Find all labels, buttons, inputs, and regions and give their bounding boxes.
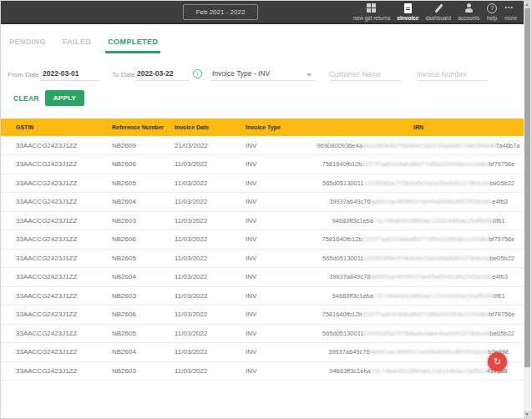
nav-item[interactable]: dashboard: [425, 3, 451, 21]
nav-item-label: einvoice: [397, 15, 418, 21]
cell-gstin: 33AACCG2423J1ZZ: [1, 193, 97, 212]
scroll-down-button[interactable]: [524, 411, 531, 418]
tab-label: PENDING: [9, 38, 46, 46]
irn-redacted-middle: 4a1c0b9e8d7f6a5b4c3d2e1f0a9b8c7d6e5f4a3b: [362, 142, 495, 149]
cell-invoice-date: 11/03/2022: [160, 249, 231, 268]
cell-invoice-type: INV: [231, 193, 312, 212]
column-header: IRN: [312, 119, 525, 136]
nav-item-label: help: [487, 15, 497, 21]
cell-invoice-date: 11/03/2022: [160, 155, 231, 174]
cell-reference-number: NB2605: [97, 324, 160, 343]
invoice-number-input[interactable]: [417, 68, 487, 81]
nav-item[interactable]: new gst returns: [353, 3, 390, 21]
irn-visible-start: 7581640fb12b: [322, 160, 362, 168]
nav-item[interactable]: accounts: [458, 3, 479, 21]
cell-irn: 39937a649c76fa8901ae4f09f037aeb5a8946c8f…: [312, 268, 525, 287]
cell-invoice-type: INV: [231, 230, 312, 250]
more-icon: [505, 3, 517, 13]
tab[interactable]: FAILED: [63, 38, 91, 53]
invoice-type-value: Invoice Type - INV: [212, 69, 270, 78]
document-icon: [402, 3, 413, 13]
tab-label: FAILED: [63, 38, 91, 46]
irn-redacted-middle: 12035085a7f75b6a5e9abe49a5d51379b6c0d: [363, 330, 490, 337]
tab-label: COMPLETED: [108, 38, 158, 46]
refresh-fab-button[interactable]: [488, 352, 507, 371]
cell-gstin: 33AACCG2423J1ZZ: [1, 211, 97, 230]
customer-name-input[interactable]: [329, 68, 401, 81]
irn-redacted-middle: 12035085a7f75b6a5e9abe49a5d51379b6c0d: [363, 255, 490, 262]
table-row: 33AACCG2423J1ZZ NB2605 11/03/2022 INV 56…: [1, 249, 525, 268]
top-nav: new gst returns einvoice dashboard accou…: [353, 3, 517, 21]
invoice-type-select[interactable]: Invoice Type - INV: [210, 68, 315, 81]
cell-reference-number: NB2605: [97, 249, 160, 268]
irn-redacted-middle: 2237f7ad0316abaf6d77df5a1039b6e1143d8d: [362, 310, 489, 318]
irn-visible-start: 565d05130011: [322, 179, 363, 187]
cell-gstin: 33AACCG2423J1ZZ: [1, 286, 97, 305]
irn-visible-end: e4fb3: [492, 198, 508, 205]
cell-reference-number: NB2603: [97, 211, 160, 230]
cell-irn: 7581640fb12b2237f7ad0316abaf6d77df5a1039…: [312, 305, 525, 325]
refresh-icon: [494, 357, 501, 366]
irn-visible-end: 0f61: [493, 292, 505, 300]
from-date-input[interactable]: 2022-03-01: [40, 68, 99, 81]
table-row: 33AACCG2423J1ZZ NB2606 11/03/2022 INV 75…: [1, 155, 525, 174]
irn-visible-end: bf79756e: [489, 310, 514, 318]
cell-reference-number: NB2603: [97, 361, 160, 381]
scroll-up-button[interactable]: [524, 1, 531, 8]
table-row: 33AACCG2423J1ZZ NB2604 11/03/2022 INV 39…: [1, 193, 525, 212]
cell-gstin: 33AACCG2423J1ZZ: [1, 343, 97, 362]
cell-irn: 7581640fb12b2237f7ad0316abaf6d77df5a1039…: [312, 155, 525, 174]
irn-redacted-middle: 7317d6ab5928f60ae1216194f0ac15df5c0: [371, 367, 487, 375]
to-date-label: To Date: [112, 71, 135, 78]
tab[interactable]: PENDING: [9, 38, 46, 53]
irn-visible-end: be05b22: [490, 255, 514, 262]
column-header: Invoice Type: [231, 119, 312, 136]
nav-item-label: accounts: [458, 15, 479, 21]
irn-visible-start: 94683ff3c1eba: [329, 367, 371, 375]
nav-item-label: more: [504, 15, 517, 21]
apply-button[interactable]: APPLY: [45, 90, 84, 106]
cell-invoice-type: INV: [231, 361, 312, 381]
einvoice-app-window: Feb 2021 - 2022 new gst returns einvoice…: [0, 0, 532, 419]
vertical-scrollbar[interactable]: [524, 1, 531, 418]
tab[interactable]: COMPLETED: [108, 38, 158, 53]
help-icon: [486, 3, 498, 13]
status-tabs: PENDING FAILED COMPLETED: [9, 38, 158, 53]
table-row: 33AACCG2423J1ZZ NB2606 11/03/2022 INV 75…: [1, 305, 525, 325]
scrollbar-thumb[interactable]: [524, 8, 530, 367]
table-header: GSTIN Reference Number Invoice Date Invo…: [1, 119, 525, 136]
irn-visible-start: 565d05130011: [322, 330, 363, 337]
to-date-input[interactable]: 2022-03-22: [134, 68, 190, 81]
cell-invoice-date: 11/03/2022: [160, 174, 231, 193]
irn-visible-start: 7581640fb12b: [322, 310, 362, 318]
cell-irn: 39937a649c76fa8901ae4f09f037aeb5a8946c8f…: [312, 193, 525, 212]
table-row: 33AACCG2423J1ZZ NB2604 11/03/2022 INV 39…: [1, 343, 525, 362]
table-row: 33AACCG2423J1ZZ NB2603 11/03/2022 INV 94…: [1, 211, 525, 230]
irn-redacted-middle: 12035085a7f75b6a5e9abe49a5d51379b6c0d: [363, 179, 490, 187]
table-body: 33AACCG2423J1ZZ NB2609 21/03/2022 INV 9b…: [1, 136, 525, 381]
irn-redacted-middle: 7317d6ab5928f60ae1216194f0ac15df5c08: [373, 217, 493, 225]
irn-redacted-middle: 7317d6ab5928f60ae1216194f0ac15df5c08: [373, 292, 493, 300]
cell-gstin: 33AACCG2423J1ZZ: [1, 155, 97, 174]
cell-irn: 9b90800936e4a4a1c0b9e8d7f6a5b4c3d2e1f0a9…: [312, 136, 525, 155]
cell-irn: 94683ff3c1eba7317d6ab5928f60ae1216194f0a…: [312, 211, 525, 230]
table-row: 33AACCG2423J1ZZ NB2605 11/03/2022 INV 56…: [1, 174, 525, 193]
info-icon[interactable]: [193, 69, 202, 78]
column-header: GSTIN: [1, 119, 97, 136]
nav-item[interactable]: more: [504, 3, 517, 21]
irn-redacted-middle: 2237f7ad0316abaf6d77df5a1039b6e1143d8d: [362, 235, 489, 243]
irn-visible-start: 39937a649c76: [328, 348, 370, 356]
nav-item[interactable]: einvoice: [397, 3, 418, 21]
period-selector-button[interactable]: Feb 2021 - 2022: [183, 4, 258, 20]
cell-reference-number: NB2606: [97, 305, 160, 325]
clear-button[interactable]: CLEAR: [13, 94, 39, 103]
cell-irn: 565d0513001112035085a7f75b6a5e9abe49a5d5…: [312, 324, 525, 343]
cell-reference-number: NB2606: [97, 230, 160, 250]
cell-invoice-date: 21/03/2022: [160, 136, 231, 155]
cell-gstin: 33AACCG2423J1ZZ: [1, 268, 97, 287]
cell-invoice-date: 11/03/2022: [160, 193, 231, 212]
irn-visible-start: 39937a649c76: [329, 198, 371, 205]
irn-visible-start: 39937a649c76: [329, 273, 371, 280]
cell-irn: 565d0513001112035085a7f75b6a5e9abe49a5d5…: [312, 174, 525, 193]
nav-item[interactable]: help: [486, 3, 498, 21]
